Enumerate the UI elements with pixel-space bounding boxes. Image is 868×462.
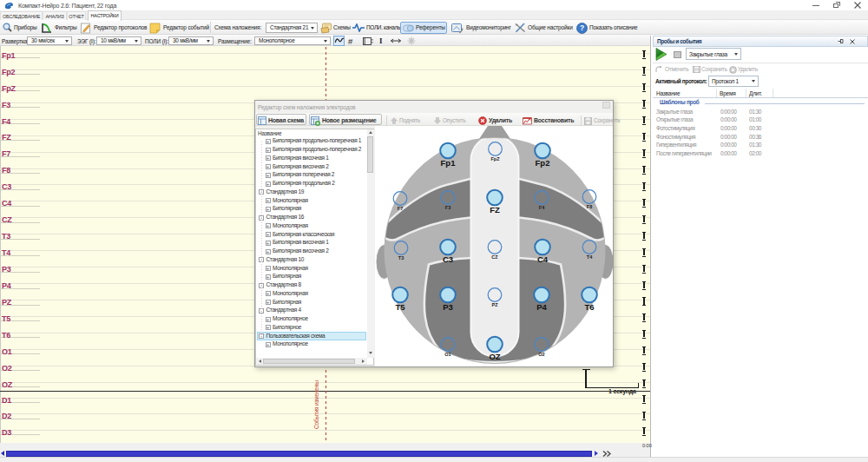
- svg-text:O1: O1: [444, 352, 450, 357]
- svg-text:?: ?: [580, 23, 584, 32]
- svg-text:P3: P3: [443, 302, 453, 312]
- svg-text:F4: F4: [539, 205, 545, 210]
- svg-text:F3: F3: [445, 205, 450, 210]
- svg-text:P4: P4: [536, 302, 547, 312]
- svg-text:Fp2: Fp2: [536, 158, 550, 168]
- svg-text:F8: F8: [587, 204, 592, 209]
- svg-text:FZ: FZ: [490, 205, 500, 214]
- svg-text:CZ: CZ: [491, 254, 498, 260]
- svg-text:PZ: PZ: [491, 302, 498, 307]
- svg-text:O2: O2: [538, 352, 544, 357]
- svg-text:T5: T5: [395, 302, 405, 312]
- svg-text:Fp1: Fp1: [441, 158, 457, 168]
- svg-text:T3: T3: [398, 255, 404, 261]
- svg-text:C4: C4: [537, 254, 549, 264]
- svg-text:C3: C3: [443, 254, 453, 264]
- svg-text:OZ: OZ: [489, 352, 500, 361]
- svg-text:F7: F7: [398, 206, 403, 211]
- svg-text:FpZ: FpZ: [490, 156, 500, 162]
- svg-text:T4: T4: [587, 254, 593, 260]
- svg-text:T6: T6: [584, 302, 594, 312]
